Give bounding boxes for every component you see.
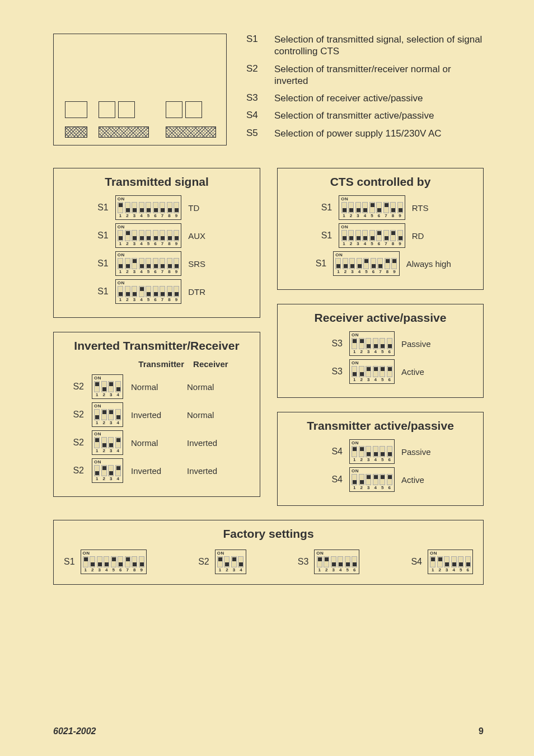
- switch-label: S1: [92, 287, 109, 297]
- switch-label: S2: [69, 382, 84, 392]
- switch-label: S4: [411, 557, 422, 567]
- rx-mode: Inverted: [187, 466, 235, 476]
- panel-title: Transmitted signal: [59, 175, 254, 189]
- dip-switch: ON123456789: [115, 223, 182, 248]
- desc-text: Selection of transmitted signal, selecti…: [274, 34, 484, 58]
- panel-title: Inverted Transmitter/Receiver: [59, 339, 254, 353]
- switch-result: Passive: [401, 339, 435, 349]
- desc-key: S5: [246, 128, 263, 139]
- rx-mode: Normal: [187, 410, 235, 420]
- switch-label: S3: [326, 367, 343, 377]
- dip-switch: ON123456: [349, 359, 395, 384]
- factory-item: S3ON123456: [298, 550, 360, 574]
- switch-result: RD: [412, 231, 446, 241]
- switch-row: S2ON1234InvertedInverted: [69, 458, 254, 483]
- panel-title: Transmitter active/passive: [283, 419, 477, 433]
- switch-result: SRS: [188, 259, 222, 269]
- dip-switch: ON123456789: [115, 279, 182, 304]
- dip-switch: ON1234: [92, 374, 123, 399]
- switch-row: S1ON123456789TD: [59, 195, 254, 220]
- dip-switch: ON1234: [92, 402, 123, 427]
- switch-result: Active: [401, 475, 435, 485]
- dip-switch: ON123456: [314, 550, 359, 574]
- switch-label: S1: [310, 259, 326, 269]
- dip-switch: ON123456789: [339, 223, 405, 248]
- switch-result: Active: [401, 367, 435, 377]
- cts-panel: CTS controlled by S1ON123456789RTSS1ON12…: [277, 168, 484, 290]
- desc-text: Selection of transmitter active/passive: [274, 110, 484, 121]
- tx-mode: Inverted: [131, 410, 179, 420]
- receiver-ap-panel: Receiver active/passive S3ON123456Passiv…: [277, 304, 484, 398]
- switch-result: Passive: [401, 447, 435, 457]
- switch-label: S1: [315, 203, 332, 213]
- switch-label: S3: [326, 339, 343, 349]
- switch-label: S4: [326, 447, 343, 457]
- factory-item: S4ON123456: [411, 550, 473, 574]
- desc-key: S3: [246, 92, 263, 104]
- factory-settings-panel: Factory settings S1ON123456789S2ON1234S3…: [53, 520, 484, 585]
- switch-label: S1: [64, 557, 75, 567]
- panel-title: Factory settings: [64, 527, 473, 541]
- switch-label: S2: [69, 438, 84, 448]
- switch-label: S2: [69, 410, 84, 420]
- switch-row: S2ON1234InvertedNormal: [69, 402, 254, 427]
- dip-switch: ON123456789: [333, 251, 400, 276]
- switch-result: AUX: [188, 231, 222, 241]
- tx-mode: Normal: [131, 382, 179, 392]
- tx-mode: Inverted: [131, 466, 179, 476]
- switch-label: S2: [69, 466, 84, 476]
- col-header: Receiver: [193, 359, 228, 369]
- factory-item: S1ON123456789: [64, 550, 147, 574]
- dip-switch: ON123456789: [339, 195, 405, 220]
- switch-label: S2: [198, 557, 209, 567]
- dip-switch: ON1234: [92, 430, 123, 455]
- transmitted-signal-panel: Transmitted signal S1ON123456789TDS1ON12…: [53, 168, 260, 318]
- footer: 6021-2002 9: [53, 726, 484, 736]
- dip-switch: ON123456: [349, 467, 395, 492]
- desc-text: Selection of power supply 115/230V AC: [274, 128, 484, 139]
- dip-switch: ON123456789: [81, 550, 147, 574]
- panel-title: CTS controlled by: [283, 175, 477, 189]
- rx-mode: Inverted: [187, 438, 235, 448]
- switch-label: S3: [298, 557, 309, 567]
- switch-row: S1ON123456789SRS: [59, 251, 254, 276]
- desc-key: S4: [246, 110, 263, 121]
- dip-switch: ON123456: [349, 331, 395, 356]
- panel-title: Receiver active/passive: [283, 311, 477, 325]
- dip-switch: ON123456789: [115, 251, 182, 276]
- switch-row: S3ON123456Active: [283, 359, 477, 384]
- switch-label: S1: [92, 231, 109, 241]
- col-header: Transmitter: [138, 359, 184, 369]
- desc-text: Selection of transmitter/receiver normal…: [274, 63, 484, 87]
- switch-row: S1ON123456789DTR: [59, 279, 254, 304]
- switch-row: S1ON123456789AUX: [59, 223, 254, 248]
- dip-switch: ON123456: [349, 439, 395, 464]
- switch-row: S1ON123456789RTS: [283, 195, 477, 220]
- switch-result: TD: [188, 203, 222, 213]
- switch-row: S1ON123456789RD: [283, 223, 477, 248]
- switch-row: S4ON123456Passive: [283, 439, 477, 464]
- factory-item: S2ON1234: [198, 550, 246, 574]
- desc-key: S1: [246, 34, 263, 58]
- switch-result: DTR: [188, 287, 222, 297]
- tx-mode: Normal: [131, 438, 179, 448]
- switch-label: S4: [326, 475, 343, 485]
- desc-text: Selection of receiver active/passive: [274, 92, 484, 104]
- switch-result: Always high: [406, 259, 451, 269]
- switch-result: RTS: [412, 203, 446, 213]
- switch-row: S3ON123456Passive: [283, 331, 477, 356]
- transmitter-ap-panel: Transmitter active/passive S4ON123456Pas…: [277, 412, 484, 506]
- dip-switch: ON123456789: [115, 195, 182, 220]
- dip-switch: ON1234: [92, 458, 123, 483]
- switch-label: S1: [92, 259, 109, 269]
- switch-label: S1: [315, 231, 332, 241]
- switch-row: S2ON1234NormalInverted: [69, 430, 254, 455]
- switch-row: S2ON1234NormalNormal: [69, 374, 254, 399]
- inverted-panel: Inverted Transmitter/Receiver Transmitte…: [53, 332, 260, 497]
- dip-switch: ON1234: [215, 550, 246, 574]
- switch-descriptions: S1Selection of transmitted signal, selec…: [246, 34, 484, 145]
- pcb-diagram: [53, 34, 227, 145]
- switch-row: S4ON123456Active: [283, 467, 477, 492]
- desc-key: S2: [246, 63, 263, 87]
- page-number: 9: [479, 726, 484, 736]
